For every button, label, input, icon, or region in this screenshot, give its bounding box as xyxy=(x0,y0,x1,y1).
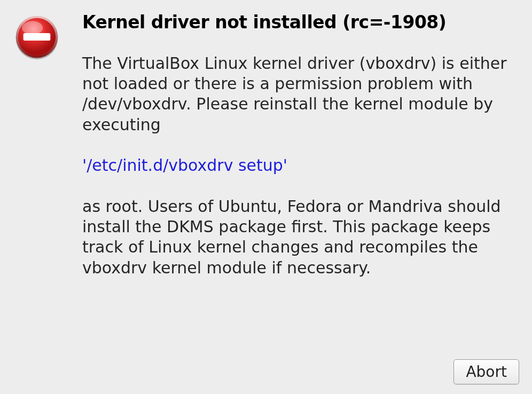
text-column: Kernel driver not installed (rc=-1908) T… xyxy=(77,12,519,278)
message-paragraph-2: as root. Users of Ubuntu, Fedora or Mand… xyxy=(82,196,516,279)
icon-column xyxy=(13,12,77,63)
dialog-body: Kernel driver not installed (rc=-1908) T… xyxy=(13,12,519,352)
message-paragraph-1: The VirtualBox Linux kernel driver (vbox… xyxy=(82,53,516,136)
command-text: '/etc/init.d/vboxdrv setup' xyxy=(82,155,516,176)
error-dialog: Kernel driver not installed (rc=-1908) T… xyxy=(0,0,532,394)
svg-rect-4 xyxy=(24,33,51,41)
error-icon xyxy=(13,13,61,61)
svg-point-3 xyxy=(22,21,43,34)
button-row: Abort xyxy=(13,352,519,384)
abort-button[interactable]: Abort xyxy=(453,359,519,384)
dialog-title: Kernel driver not installed (rc=-1908) xyxy=(82,12,516,33)
